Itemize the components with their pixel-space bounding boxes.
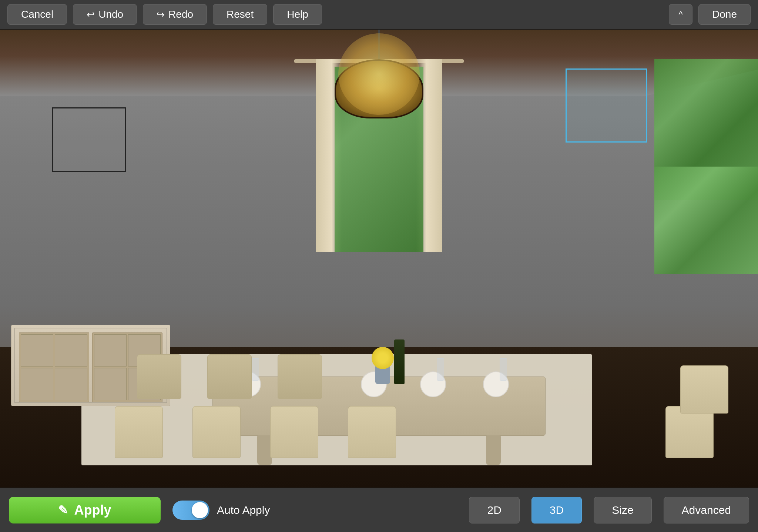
collapse-button[interactable]: ^ (669, 4, 692, 25)
window-bottom-right (654, 167, 758, 274)
auto-apply-label: Auto Apply (217, 504, 270, 516)
top-bar: Cancel ↩ Undo ↪ Redo Reset Help ^ Done (0, 0, 758, 30)
auto-apply-group: Auto Apply (172, 501, 270, 520)
dining-chair (270, 406, 318, 458)
scene-viewport[interactable] (0, 30, 758, 488)
apply-button[interactable]: ✎ Apply (9, 497, 161, 523)
dining-chair (192, 406, 241, 458)
done-button[interactable]: Done (698, 4, 751, 25)
auto-apply-toggle[interactable] (172, 501, 209, 520)
cancel-button[interactable]: Cancel (7, 4, 67, 25)
advanced-button[interactable]: Advanced (664, 497, 749, 523)
bottom-bar: ✎ Apply Auto Apply 2D 3D Size Advanced (0, 488, 758, 532)
undo-button[interactable]: ↩ Undo (73, 4, 137, 25)
dining-chair (115, 406, 163, 458)
wine-bottle (394, 339, 405, 384)
wine-glass (437, 358, 444, 381)
chandelier-body (335, 59, 423, 118)
apply-icon: ✎ (58, 503, 68, 517)
chandelier (335, 30, 423, 118)
dining-chair (137, 354, 181, 399)
redo-button[interactable]: ↪ Redo (143, 4, 207, 25)
dining-chair (278, 354, 322, 399)
dining-chair (665, 406, 714, 458)
wine-glass (500, 358, 507, 381)
view-3d-button[interactable]: 3D (531, 497, 582, 523)
redo-icon: ↪ (157, 9, 165, 20)
undo-icon: ↩ (87, 9, 95, 20)
size-button[interactable]: Size (594, 497, 651, 523)
wine-glass (252, 358, 259, 381)
reset-button[interactable]: Reset (213, 4, 267, 25)
view-2d-button[interactable]: 2D (469, 497, 519, 523)
dining-chair (348, 406, 396, 458)
window-glass (654, 167, 758, 274)
dining-chair (207, 354, 252, 399)
flower-vase (372, 347, 394, 384)
help-button[interactable]: Help (273, 4, 322, 25)
collapse-icon: ^ (678, 9, 682, 20)
dining-chair (680, 365, 728, 414)
toggle-knob (192, 502, 208, 518)
